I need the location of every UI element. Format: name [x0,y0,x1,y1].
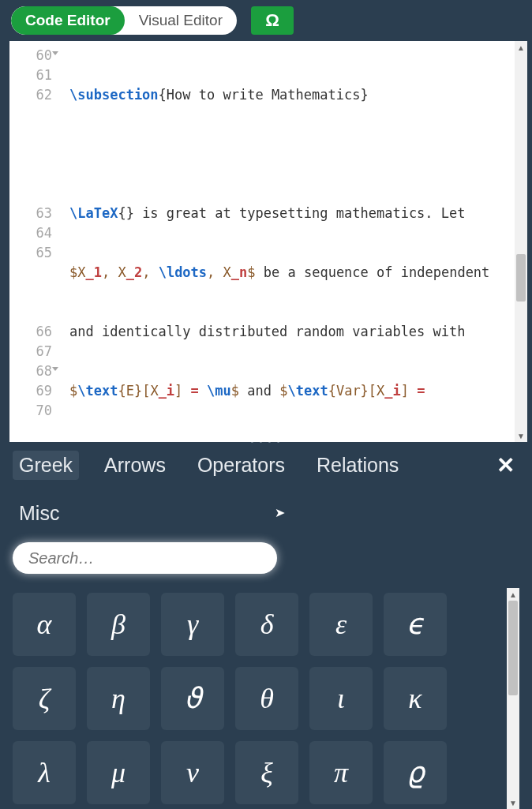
symbol-cell[interactable]: γ [161,593,224,656]
visual-editor-tab[interactable]: Visual Editor [125,6,237,35]
symbol-panel: GreekArrowsOperatorsRelations✕Misc αβγδε… [0,443,532,809]
symbol-cell[interactable]: π [309,741,373,804]
symbol-grid: αβγδεϵζηϑθικλμνξπϱ [13,588,504,809]
scroll-up-icon[interactable]: ▲ [507,588,519,601]
symbol-cell[interactable]: η [87,667,150,730]
gutter-line [9,184,57,204]
symbol-cell[interactable]: ζ [13,667,76,730]
gutter-line [9,302,57,322]
symbol-cell[interactable]: α [13,593,76,656]
symbol-cell[interactable]: λ [13,741,76,804]
gutter-line [9,263,57,283]
symbol-cell[interactable]: θ [235,667,298,730]
symbol-cell[interactable]: ν [161,741,224,804]
symbol-tab-operators[interactable]: Operators [191,451,291,480]
gutter-line: 70 [9,401,57,421]
gutter-line: 61 [9,66,57,85]
symbol-cell[interactable]: ι [309,667,373,730]
fold-icon[interactable] [52,367,58,371]
gutter-line: 63 [9,204,57,223]
panel-scrollbar[interactable]: ▲ ▼ [507,588,519,809]
editor-gutter: 6061626364656667686970 [9,41,57,442]
editor-scrollbar[interactable]: ▲ ▼ [515,41,527,442]
symbol-cell[interactable]: δ [235,593,298,656]
scroll-down-icon[interactable]: ▼ [507,796,519,809]
gutter-line [9,105,57,125]
symbol-cell[interactable]: ϑ [161,667,224,730]
symbol-cell[interactable]: ε [309,593,373,656]
gutter-line: 66 [9,322,57,342]
code-editor[interactable]: 6061626364656667686970 \subsection{How t… [9,41,527,442]
symbol-tab-greek[interactable]: Greek [13,451,79,480]
symbol-cell[interactable]: μ [87,741,150,804]
editor-body[interactable]: \subsection{How to write Mathematics} \L… [57,41,527,442]
scrollbar-thumb[interactable] [508,601,518,695]
symbol-cell[interactable]: κ [384,667,447,730]
scroll-down-icon[interactable]: ▼ [515,429,527,442]
gutter-line: 68 [9,361,57,381]
gutter-line [9,144,57,164]
symbol-tabs: GreekArrowsOperatorsRelations✕Misc [13,451,519,528]
scrollbar-thumb[interactable] [516,254,526,302]
gutter-line: 60 [9,46,57,66]
scroll-up-icon[interactable]: ▲ [515,41,527,54]
fold-icon[interactable] [52,51,58,55]
gutter-line [9,125,57,144]
symbol-palette-button[interactable]: Ω [251,6,294,35]
gutter-line: 67 [9,342,57,361]
gutter-line [9,283,57,302]
code-editor-tab[interactable]: Code Editor [11,6,125,35]
topbar: Code Editor Visual Editor Ω [0,0,532,41]
symbol-tab-relations[interactable]: Relations [310,451,405,480]
symbol-cell[interactable]: ϵ [384,593,447,656]
symbol-search-input[interactable] [13,542,277,574]
symbol-cell[interactable]: ϱ [384,741,447,804]
symbol-tab-misc[interactable]: Misc [13,499,66,528]
symbol-cell[interactable]: ξ [235,741,298,804]
gutter-line [9,164,57,184]
gutter-line: 64 [9,223,57,243]
editor-mode-toggle: Code Editor Visual Editor [11,6,237,35]
symbol-tab-arrows[interactable]: Arrows [98,451,172,480]
gutter-line: 65 [9,243,57,263]
symbol-cell[interactable]: β [87,593,150,656]
gutter-line: 62 [9,85,57,105]
gutter-line: 69 [9,381,57,401]
close-icon[interactable]: ✕ [492,452,519,478]
